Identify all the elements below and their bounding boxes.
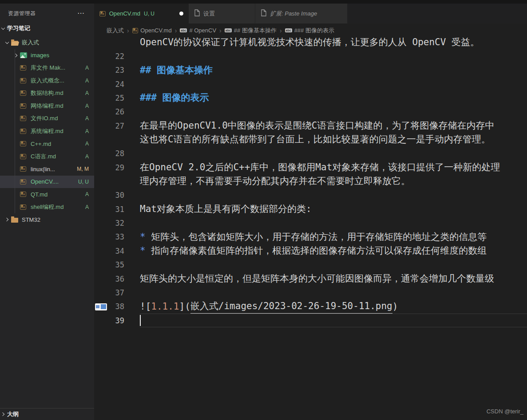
tree-item--io-md[interactable]: M↓文件IO.mdA <box>0 112 94 125</box>
breadcrumb-item[interactable]: 嵌入式 <box>107 27 124 35</box>
explorer-header: 资源管理器 ⋯ <box>0 4 94 23</box>
git-status-badge: A <box>85 78 89 84</box>
tree-item-images[interactable]: images <box>0 49 94 62</box>
tree-item-qt-md[interactable]: M↓QT.mdA <box>0 188 94 201</box>
markdown-file-icon: M↓ <box>132 28 139 33</box>
breadcrumb-label: ## 图像基本操作 <box>234 27 277 35</box>
expand-chevron[interactable] <box>3 42 11 43</box>
line-text[interactable] <box>140 77 527 91</box>
git-status-badge: M, M <box>77 166 89 172</box>
git-status-badge: A <box>85 141 89 147</box>
line-text[interactable] <box>140 147 527 161</box>
tree-item-linux-lin-[interactable]: M↓linux(lin...M, M <box>0 163 94 176</box>
breadcrumb-label: 嵌入式 <box>107 27 124 35</box>
tab--paste-image[interactable]: 扩展: Paste Image <box>255 4 348 24</box>
tree-item--mak-[interactable]: M↓库文件 Mak...A <box>0 62 94 75</box>
tree-item-label: QT.md <box>31 191 85 198</box>
tree-item-opencv-[interactable]: M↓OpenCV....U, U <box>0 176 94 188</box>
editor-line-31: 31Mat对象本质上是具有两个数据部分的类: <box>94 202 527 216</box>
editor-line-37: 37 <box>94 286 527 299</box>
unsaved-dot-icon[interactable] <box>179 12 183 16</box>
line-text[interactable] <box>140 314 527 327</box>
breadcrumb-separator: › <box>175 27 177 34</box>
symbol-string-icon: abc <box>180 28 187 32</box>
editor-line-35: 35 <box>94 258 527 272</box>
line-number: 36 <box>94 275 124 283</box>
tree-item-stm32[interactable]: STM32 <box>0 213 94 226</box>
tree-item-icon-slot <box>20 52 31 58</box>
breadcrumb-item[interactable]: abc# OpenCV <box>180 27 216 34</box>
line-number: 27 <box>94 122 124 130</box>
breadcrumb-item[interactable]: M↓OpenCV.md <box>132 27 172 34</box>
markdown-file-icon: M↓ <box>20 78 26 83</box>
explorer-sidebar: 资源管理器 ⋯ 学习笔记 嵌入式imagesM↓库文件 Mak...AM↓嵌入式… <box>0 4 94 420</box>
line-text[interactable] <box>140 49 527 63</box>
code-segment: 理内存管理，不再需要手动分配其内存并在不需要时立即释放它。 <box>140 174 410 188</box>
code-segment: ) <box>392 300 398 314</box>
chevron-right-icon <box>1 412 4 416</box>
tree-item-icon-slot: M↓ <box>20 154 31 159</box>
editor-pane[interactable]: OpenCV的协议保证了计算机视觉技术快速的传播，让更多的人从 OpenCV 受… <box>94 37 527 420</box>
code-segment: ## 图像基本操作 <box>140 63 213 77</box>
markdown-file-icon: M↓ <box>20 204 26 210</box>
code-segment: 矩阵头的大小是恒定的，但是矩阵本身的大小可能因图像而异，通常会增加几个数量级 <box>140 272 494 286</box>
expand-chevron[interactable] <box>3 218 11 221</box>
code-segment: ### 图像的表示 <box>140 91 209 105</box>
workspace-section[interactable]: 学习笔记 <box>0 23 94 34</box>
code-segment: 这也将C语言的所有缺点都带到了台面上，比如比较显著的问题之一是手动内存管理。 <box>140 133 491 146</box>
tree-item--md[interactable]: M↓网络编程.mdA <box>0 100 94 113</box>
tree-item-label: 库文件 Mak... <box>31 64 85 72</box>
markdown-file-icon: M↓ <box>20 103 26 109</box>
line-text[interactable]: 在最早的OpenCV1.0中图像的表示是围绕C语言接口构建的，为了将图像存储在内… <box>140 119 527 133</box>
tab--[interactable]: 设置 <box>189 4 255 24</box>
line-text[interactable] <box>140 258 527 272</box>
line-text[interactable]: ### 图像的表示 <box>140 91 527 105</box>
tree-item-c-md[interactable]: M↓C语言.mdA <box>0 150 94 163</box>
line-text[interactable]: ## 图像基本操作 <box>140 63 527 77</box>
outline-label: 大纲 <box>7 410 19 418</box>
tree-item-icon-slot: M↓ <box>20 103 31 109</box>
pasted-image-thumbnail-icon[interactable] <box>95 303 107 310</box>
tree-item--[interactable]: M↓嵌入式概念...A <box>0 75 94 87</box>
line-number: 22 <box>94 52 124 61</box>
tree-item--[interactable]: 嵌入式 <box>0 36 94 49</box>
line-text[interactable]: * 指向存储像素值矩阵的指针，根据选择的图像存储方法可以保存成任何维度的数组 <box>140 244 527 258</box>
line-text[interactable]: OpenCV的协议保证了计算机视觉技术快速的传播，让更多的人从 OpenCV 受… <box>140 37 527 49</box>
line-text[interactable] <box>140 188 527 202</box>
editor-line-22: 22 <box>94 49 527 63</box>
breadcrumb: 嵌入式›M↓OpenCV.md›abc# OpenCV›abc## 图像基本操作… <box>94 24 527 37</box>
line-text[interactable] <box>140 216 527 230</box>
line-text[interactable] <box>140 286 527 299</box>
tree-item-c-md[interactable]: M↓C++.mdA <box>0 137 94 150</box>
tab-opencv-md[interactable]: M↓OpenCV.mdU, U <box>94 4 189 24</box>
more-actions-icon[interactable]: ⋯ <box>77 11 85 16</box>
line-text[interactable]: 这也将C语言的所有缺点都带到了台面上，比如比较显著的问题之一是手动内存管理。 <box>140 133 527 146</box>
line-text[interactable]: ![1.1.1](嵌入式/images/2023-02-26-19-50-11.… <box>140 300 527 314</box>
line-text[interactable]: * 矩阵头，包含诸如矩阵大小，用于存储的方法，用于存储矩阵的地址之类的信息等 <box>140 230 527 244</box>
tree-item--md[interactable]: M↓数据结构.mdA <box>0 87 94 100</box>
breadcrumb-item[interactable]: abc### 图像的表示 <box>285 27 334 35</box>
code-segment: OpenCV的协议保证了计算机视觉技术快速的传播，让更多的人从 OpenCV 受… <box>140 37 479 49</box>
line-text[interactable]: 矩阵头的大小是恒定的，但是矩阵本身的大小可能因图像而异，通常会增加几个数量级 <box>140 272 527 286</box>
symbol-string-icon: abc <box>285 28 292 32</box>
image-path-link[interactable]: 嵌入式/images/2023-02-26-19-50-11.png <box>190 300 392 314</box>
tree-item-icon-slot <box>11 217 22 223</box>
tree-item-label: images <box>31 52 89 59</box>
tree-item-label: 系统编程.md <box>31 127 85 135</box>
expand-chevron[interactable] <box>12 54 20 57</box>
line-text[interactable]: 理内存管理，不再需要手动分配其内存并在不需要时立即释放它。 <box>140 174 527 188</box>
tree-item-shell-md[interactable]: M↓shell编程.mdA <box>0 201 94 214</box>
line-text[interactable] <box>140 105 527 119</box>
editor-line-26: 26 <box>94 105 527 119</box>
outline-section[interactable]: 大纲 <box>0 408 94 420</box>
code-segment: Mat对象本质上是具有两个数据部分的类: <box>140 202 312 216</box>
tree-item--md[interactable]: M↓系统编程.mdA <box>0 125 94 138</box>
code-segment: 矩阵头，包含诸如矩阵大小，用于存储的方法，用于存储矩阵的地址之类的信息等 <box>151 230 487 244</box>
code-segment: 在OpneCV 2.0之后的C++库中，图像都用Mat对象来存储，该接口提供了一… <box>140 161 500 174</box>
line-text[interactable]: 在OpneCV 2.0之后的C++库中，图像都用Mat对象来存储，该接口提供了一… <box>140 161 527 174</box>
git-status-badge: A <box>85 191 89 197</box>
line-number: 33 <box>94 232 124 241</box>
line-text[interactable]: Mat对象本质上是具有两个数据部分的类: <box>140 202 527 216</box>
editor-line-25: 25### 图像的表示 <box>94 91 527 105</box>
breadcrumb-item[interactable]: abc## 图像基本操作 <box>225 27 277 35</box>
